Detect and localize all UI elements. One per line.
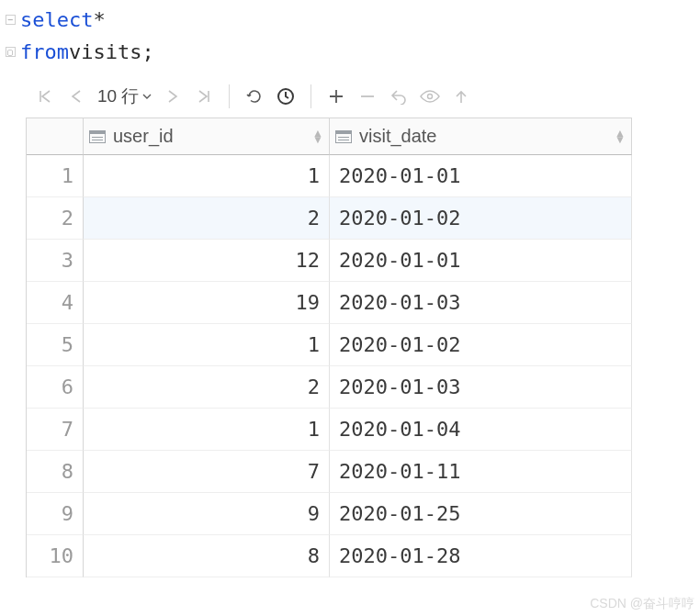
chevron-down-icon — [142, 92, 152, 101]
toolbar-separator — [310, 84, 311, 108]
column-label: visit_date — [359, 126, 437, 147]
auto-refresh-icon[interactable] — [272, 83, 299, 110]
row-number-cell[interactable]: 1 — [27, 155, 84, 197]
cell-visit-date[interactable]: 2020-01-02 — [330, 324, 632, 366]
cell-user-id[interactable]: 19 — [84, 282, 330, 324]
cell-visit-date[interactable]: 2020-01-03 — [330, 282, 632, 324]
cell-user-id[interactable]: 8 — [84, 535, 330, 577]
table-row[interactable]: 622020-01-03 — [27, 366, 632, 409]
last-page-icon[interactable] — [190, 83, 218, 110]
page-size-label: 10 行 — [97, 84, 139, 108]
sql-editor[interactable]: − select * ▢ from visits; — [0, 0, 700, 77]
cell-visit-date[interactable]: 2020-01-25 — [330, 493, 632, 535]
revert-icon[interactable] — [385, 83, 412, 110]
row-number-cell[interactable]: 6 — [27, 366, 84, 409]
cell-user-id[interactable]: 1 — [84, 155, 330, 197]
page-size-dropdown[interactable]: 10 行 — [94, 84, 155, 108]
column-type-icon — [89, 130, 106, 143]
row-number-cell[interactable]: 4 — [27, 282, 84, 324]
refresh-icon[interactable] — [241, 83, 268, 110]
cell-user-id[interactable]: 1 — [84, 409, 330, 451]
cell-user-id[interactable]: 1 — [84, 324, 330, 366]
cell-visit-date[interactable]: 2020-01-02 — [330, 197, 632, 240]
first-page-icon[interactable] — [31, 83, 59, 110]
editor-line[interactable]: − select * — [0, 4, 700, 36]
table-row[interactable]: 992020-01-25 — [27, 493, 632, 535]
fold-gutter-icon[interactable]: − — [0, 15, 20, 25]
fold-gutter-icon[interactable]: ▢ — [0, 47, 20, 57]
table-row[interactable]: 712020-01-04 — [27, 409, 632, 451]
row-number-cell[interactable]: 2 — [27, 197, 84, 240]
row-number-cell[interactable]: 3 — [27, 240, 84, 282]
grid-header: user_id ▲▼ visit_date ▲▼ — [27, 118, 632, 155]
sql-text: * — [93, 4, 105, 36]
cell-visit-date[interactable]: 2020-01-03 — [330, 366, 632, 409]
sql-keyword: select — [20, 4, 93, 36]
sort-icon[interactable]: ▲▼ — [312, 130, 323, 143]
row-number-cell[interactable]: 8 — [27, 451, 84, 493]
cell-visit-date[interactable]: 2020-01-04 — [330, 409, 632, 451]
sql-text: visits; — [69, 36, 154, 68]
watermark: CSDN @奋斗哼哼 — [590, 596, 694, 612]
preview-icon[interactable] — [416, 83, 444, 110]
table-row[interactable]: 872020-01-11 — [27, 451, 632, 493]
grid-body: 112020-01-01222020-01-023122020-01-01419… — [27, 155, 632, 577]
column-type-icon — [335, 130, 352, 143]
row-number-header[interactable] — [27, 118, 84, 155]
results-grid: user_id ▲▼ visit_date ▲▼ 112020-01-01222… — [26, 118, 632, 577]
table-row[interactable]: 4192020-01-03 — [27, 282, 632, 324]
table-row[interactable]: 112020-01-01 — [27, 155, 632, 197]
add-row-icon[interactable] — [322, 83, 350, 110]
row-number-cell[interactable]: 9 — [27, 493, 84, 535]
column-label: user_id — [113, 126, 174, 147]
commit-icon[interactable] — [447, 83, 475, 110]
cell-user-id[interactable]: 2 — [84, 366, 330, 409]
sort-icon[interactable]: ▲▼ — [615, 130, 626, 143]
cell-visit-date[interactable]: 2020-01-28 — [330, 535, 632, 577]
table-row[interactable]: 1082020-01-28 — [27, 535, 632, 577]
table-row[interactable]: 222020-01-02 — [27, 197, 632, 240]
cell-user-id[interactable]: 9 — [84, 493, 330, 535]
row-number-cell[interactable]: 7 — [27, 409, 84, 451]
cell-user-id[interactable]: 2 — [84, 197, 330, 240]
editor-line[interactable]: ▢ from visits; — [0, 36, 700, 68]
results-toolbar: 10 行 — [26, 77, 700, 118]
svg-point-1 — [428, 95, 433, 99]
row-number-cell[interactable]: 5 — [27, 324, 84, 366]
sql-keyword: from — [20, 36, 69, 68]
cell-visit-date[interactable]: 2020-01-11 — [330, 451, 632, 493]
table-row[interactable]: 3122020-01-01 — [27, 240, 632, 282]
next-page-icon[interactable] — [159, 83, 186, 110]
table-row[interactable]: 512020-01-02 — [27, 324, 632, 366]
column-header-user-id[interactable]: user_id ▲▼ — [84, 118, 330, 155]
delete-row-icon[interactable] — [354, 83, 381, 110]
column-header-visit-date[interactable]: visit_date ▲▼ — [330, 118, 632, 155]
toolbar-separator — [229, 84, 230, 108]
cell-user-id[interactable]: 7 — [84, 451, 330, 493]
cell-visit-date[interactable]: 2020-01-01 — [330, 155, 632, 197]
cell-user-id[interactable]: 12 — [84, 240, 330, 282]
cell-visit-date[interactable]: 2020-01-01 — [330, 240, 632, 282]
prev-page-icon[interactable] — [62, 83, 90, 110]
row-number-cell[interactable]: 10 — [27, 535, 84, 577]
